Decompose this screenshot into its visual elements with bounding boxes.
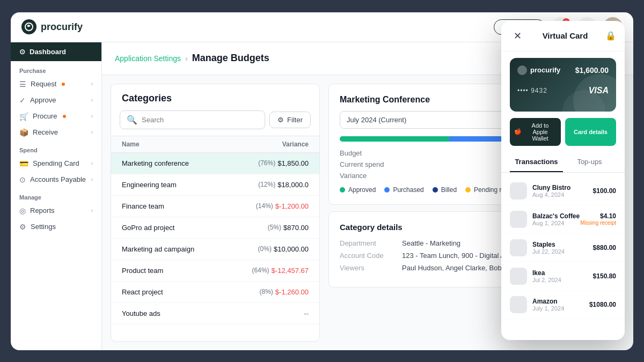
stat-label: Current spend xyxy=(340,160,384,168)
sidebar-item-dashboard[interactable]: ⊙ Dashboard xyxy=(11,42,101,61)
legend-label: Billed xyxy=(441,186,457,194)
col-header-name: Name xyxy=(122,141,140,148)
section-label-spend: Spend xyxy=(11,141,101,156)
row-name: Finance team xyxy=(122,202,164,210)
filter-label: Filter xyxy=(287,116,303,124)
col-header-variance: Variance xyxy=(282,141,309,148)
chevron-icon: › xyxy=(91,208,93,213)
row-name: Youtube ads xyxy=(122,309,160,317)
txn-avatar xyxy=(510,211,527,228)
sidebar-item-label: Approve xyxy=(30,96,56,104)
sidebar-item-receive[interactable]: 📦 Receive › xyxy=(11,124,101,141)
row-variance: (8%) $-1,260.00 xyxy=(259,288,309,296)
receive-icon: 📦 xyxy=(19,128,28,137)
txn-info: Ikea Jul 2, 2024 xyxy=(532,269,561,283)
filter-button[interactable]: ⚙ Filter xyxy=(269,112,311,128)
progress-approved xyxy=(340,136,449,142)
row-variance: (5%) $870.00 xyxy=(268,224,309,232)
txn-info: Cluny Bistro Aug 4, 2024 xyxy=(532,184,570,198)
filter-icon: ⚙ xyxy=(277,116,284,124)
vc-header: ✕ Virtual Card 🔒 xyxy=(501,21,625,51)
dashboard-label: Dashboard xyxy=(30,48,66,56)
sidebar: ⊙ Dashboard Purchase ☰ Request › ✓ Appro… xyxy=(11,42,102,350)
transaction-item[interactable]: Balzac's Coffee Aug 1, 2024 $4.10 Missin… xyxy=(501,205,625,234)
apple-icon: 🍎 xyxy=(514,128,522,135)
search-input[interactable] xyxy=(142,116,258,124)
chevron-icon: › xyxy=(91,97,93,103)
request-dot xyxy=(62,83,65,86)
breadcrumb: Application Settings › Manage Budgets xyxy=(115,53,269,64)
card-logo: procurify xyxy=(517,65,560,75)
transaction-item[interactable]: Staples Jul 22, 2024 $880.00 xyxy=(501,234,625,262)
row-variance: (12%) $18,000.0 xyxy=(258,181,309,189)
section-label-manage: Manage xyxy=(11,188,101,203)
sidebar-item-reports[interactable]: ◎ Reports › xyxy=(11,203,101,219)
table-row[interactable]: Marketing ad campaign (0%) $10,000.00 xyxy=(111,239,319,260)
categories-title: Categories xyxy=(111,84,319,110)
txn-name: Amazon xyxy=(532,298,564,305)
txn-amount: $1080.00 xyxy=(589,301,616,308)
txn-avatar xyxy=(510,239,527,256)
txn-name: Staples xyxy=(532,241,565,248)
missing-receipt-badge: Missing receipt xyxy=(580,220,616,226)
transaction-item[interactable]: Cluny Bistro Aug 4, 2024 $100.00 xyxy=(501,177,625,205)
txn-amount: $4.10 xyxy=(600,212,616,220)
reports-icon: ◎ xyxy=(19,206,26,215)
apple-wallet-button[interactable]: 🍎 Add to Apple Wallet xyxy=(510,118,561,146)
breadcrumb-separator: › xyxy=(185,54,188,63)
lock-icon: 🔒 xyxy=(605,31,616,41)
progress-purchased xyxy=(449,136,509,142)
section-label-purchase: Purchase xyxy=(11,61,101,76)
legend-dot xyxy=(384,187,390,193)
sidebar-item-spending-card[interactable]: 💳 Spending Card › xyxy=(11,156,101,172)
stat-label: Variance xyxy=(340,172,367,180)
tab-transactions[interactable]: Transactions xyxy=(510,152,563,172)
row-name: Marketing ad campaign xyxy=(122,245,194,253)
breadcrumb-link[interactable]: Application Settings xyxy=(115,54,181,63)
table-rows: Marketing conference (76%) $1,850.00 Eng… xyxy=(111,153,319,341)
card-details-button[interactable]: Card details xyxy=(565,118,616,146)
chevron-icon: › xyxy=(91,113,93,119)
chevron-icon: › xyxy=(91,81,93,87)
procure-dot xyxy=(63,115,66,118)
card-number: •••• 9432 xyxy=(517,87,547,94)
request-icon: ☰ xyxy=(19,80,26,88)
table-row[interactable]: Engineering team (12%) $18,000.0 xyxy=(111,174,319,196)
transaction-item[interactable]: Ikea Jul 2, 2024 $150.80 xyxy=(501,262,625,291)
card-logo-circle xyxy=(517,65,527,75)
card-amount: $1,600.00 xyxy=(575,66,609,75)
sidebar-item-label: Spending Card xyxy=(33,159,79,167)
txn-date: Jul 22, 2024 xyxy=(532,248,565,255)
sidebar-item-label: Receive xyxy=(33,128,58,136)
sidebar-item-accounts-payable[interactable]: ⊙ Accounts Payable › xyxy=(11,172,101,188)
sidebar-item-approve[interactable]: ✓ Approve › xyxy=(11,92,101,108)
tab-topups[interactable]: Top-ups xyxy=(563,152,616,172)
sidebar-item-request[interactable]: ☰ Request › xyxy=(11,76,101,92)
dashboard-icon: ⊙ xyxy=(19,48,25,56)
txn-info: Amazon July 1, 2024 xyxy=(532,298,564,312)
table-row[interactable]: Youtube ads -- xyxy=(111,303,319,324)
sidebar-item-procure[interactable]: 🛒 Procure › xyxy=(11,108,101,124)
legend-item-approved: Approved xyxy=(340,186,376,194)
search-box[interactable]: 🔍 xyxy=(120,110,265,129)
transaction-item[interactable]: Amazon July 1, 2024 $1080.00 xyxy=(501,291,625,319)
chevron-icon: › xyxy=(91,176,93,182)
stat-label: Budget xyxy=(340,149,362,157)
table-row[interactable]: React project (8%) $-1,260.00 xyxy=(111,282,319,303)
table-row[interactable]: Marketing conference (76%) $1,850.00 xyxy=(111,153,319,174)
txn-date: Aug 4, 2024 xyxy=(532,191,570,198)
table-row[interactable]: GoPro ad project (5%) $870.00 xyxy=(111,217,319,239)
txn-name: Cluny Bistro xyxy=(532,184,570,191)
vc-actions: 🍎 Add to Apple Wallet Card details xyxy=(501,118,625,152)
vc-title: Virtual Card xyxy=(543,31,588,40)
table-row[interactable]: Finance team (14%) $-1,200.00 xyxy=(111,196,319,217)
close-button[interactable]: ✕ xyxy=(510,28,525,43)
row-variance: (64%) $-12,457.67 xyxy=(252,267,309,275)
categories-panel: Categories 🔍 ⚙ Filter Name Varian xyxy=(111,84,320,342)
sidebar-item-settings[interactable]: ⚙ Settings xyxy=(11,219,101,235)
legend-item-billed: Billed xyxy=(433,186,457,194)
row-variance: (76%) $1,850.00 xyxy=(258,159,309,167)
accounts-payable-icon: ⊙ xyxy=(19,175,26,184)
app-container: procurify + Request 🔔 1 ? ⊙ Dashboard Pu… xyxy=(11,12,633,350)
table-row[interactable]: Product team (64%) $-12,457.67 xyxy=(111,260,319,282)
